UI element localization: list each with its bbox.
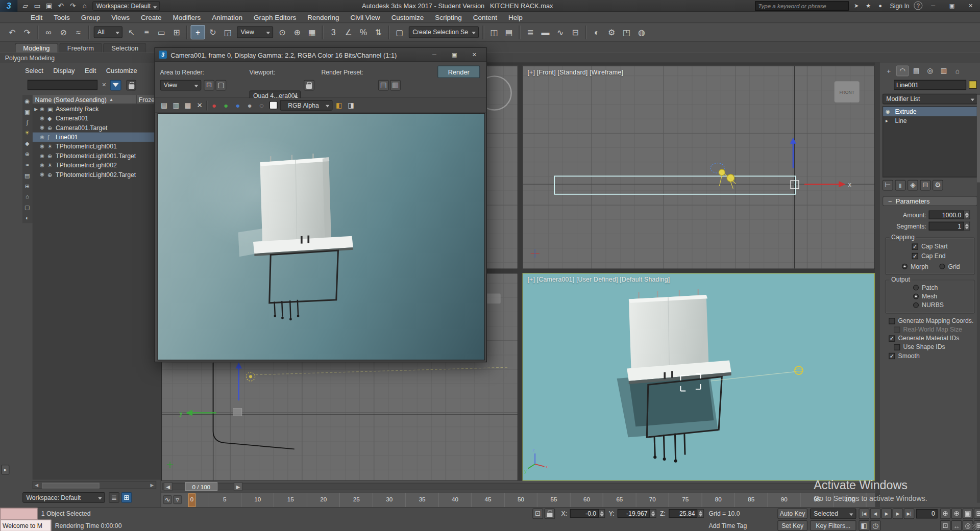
explorer-containers-filter-icon[interactable]: ▢	[22, 203, 32, 213]
checkbox[interactable]	[912, 243, 918, 249]
curve-editor-icon[interactable]: ∿	[553, 25, 568, 39]
checkbox[interactable]	[894, 344, 900, 350]
modifier-toggle-icon[interactable]: ◉	[886, 109, 892, 114]
separator[interactable]	[206, 100, 207, 111]
green-channel-icon[interactable]: ●	[220, 100, 231, 111]
nurbs-radio[interactable]: NURBS	[913, 301, 944, 308]
ribbon-tab[interactable]: Modeling	[15, 43, 58, 52]
redo-icon[interactable]: ↷	[20, 25, 34, 39]
create-tab-icon[interactable]: +	[883, 66, 895, 77]
menu-item[interactable]: Graph Editors	[248, 12, 302, 23]
modifier-stack-row[interactable]: ▸ Line	[883, 116, 977, 125]
gizmo-plane-handle[interactable]	[233, 409, 242, 416]
channel-display-dropdown[interactable]: RGB Alpha	[280, 100, 333, 111]
color-swatch[interactable]	[270, 101, 278, 109]
amount-value[interactable]: 1000.0	[929, 211, 964, 219]
workspace-grid-icon[interactable]: ⊞	[121, 492, 132, 503]
cap-start-checkbox[interactable]: Cap Start	[912, 243, 948, 249]
mirror-icon[interactable]: ◫	[487, 25, 501, 39]
save-file-icon[interactable]: ▣	[44, 1, 55, 11]
visibility-eye-icon[interactable]: ◉	[40, 162, 47, 168]
menu-item[interactable]: Animation	[206, 12, 248, 23]
menu-item[interactable]: Civil View	[345, 12, 385, 23]
modifier-toggle-icon[interactable]: ▸	[886, 118, 892, 123]
rendered-frame-titlebar[interactable]: 3 Camera001, frame 0, Display Gamma: 2.2…	[155, 48, 486, 62]
checkbox[interactable]	[889, 318, 895, 324]
command-panel-scrollbar[interactable]	[977, 94, 980, 503]
edit-named-selection-icon[interactable]: ▢	[393, 25, 407, 39]
add-time-tag[interactable]: Add Time Tag	[709, 522, 747, 529]
menu-item[interactable]: Help	[503, 12, 528, 23]
column-divider[interactable]	[136, 95, 137, 104]
favorites-icon[interactable]: ★	[863, 1, 874, 11]
front-viewport-label[interactable]: [+] [Front] [Standard] [Wireframe]	[527, 69, 623, 75]
spinner-snap-icon[interactable]: ⇅	[371, 25, 385, 39]
utilities-tab-icon[interactable]: ⌂	[951, 66, 964, 77]
radio-button[interactable]	[939, 264, 945, 269]
radio-button[interactable]	[902, 264, 908, 269]
y-coordinate-field[interactable]: -19.967	[618, 509, 656, 518]
track-bar[interactable]: ∿▿ 0510152025303540455055606570758085909…	[161, 492, 875, 507]
ribbon-tab[interactable]: Selection	[103, 43, 146, 52]
menu-item[interactable]: Content	[468, 12, 503, 23]
radio-button[interactable]	[913, 285, 919, 290]
zoom-extents-all-icon[interactable]: ⊞	[974, 509, 980, 519]
reference-coordinate-dropdown[interactable]: View	[237, 26, 273, 38]
minimize-button[interactable]: ─	[426, 49, 443, 60]
keyboard-shortcut-override-icon[interactable]: ▦	[305, 25, 320, 39]
menu-item[interactable]: Views	[106, 12, 135, 23]
list-item[interactable]: ◉ ⊕ TPhotometricLight002.Target	[33, 170, 161, 179]
orbit-icon[interactable]: ◎	[963, 520, 973, 531]
clear-search-icon[interactable]: ✕	[100, 81, 108, 89]
zoom-extents-icon[interactable]: ▣	[963, 509, 973, 519]
undo-quick-icon[interactable]: ↶	[56, 1, 66, 11]
material-editor-icon[interactable]: ◐	[590, 25, 604, 39]
mesh-radio[interactable]: Mesh	[913, 293, 937, 299]
close-button[interactable]: ✕	[466, 49, 482, 60]
ribbon-toggle-icon[interactable]: ▬	[538, 25, 552, 39]
motion-tab-icon[interactable]: ◎	[924, 66, 936, 77]
separator[interactable]	[482, 26, 484, 39]
lock-viewport-icon[interactable]	[304, 80, 314, 91]
separator[interactable]	[37, 26, 39, 39]
select-by-name-icon[interactable]: ≡	[139, 25, 154, 39]
hierarchy-tab-icon[interactable]: ▤	[910, 66, 922, 77]
percent-snap-icon[interactable]: %	[356, 25, 371, 39]
generate-material-ids-checkbox[interactable]: Generate Material IDs	[889, 335, 959, 341]
layer-manager-icon[interactable]: ≣	[523, 25, 537, 39]
visibility-eye-icon[interactable]: ◉	[40, 172, 47, 178]
isolate-selection-icon[interactable]: ⊡	[532, 509, 543, 519]
alpha-channel-icon[interactable]: ◌	[256, 100, 267, 111]
named-selection-dropdown[interactable]: Create Selection Se	[409, 26, 479, 38]
viewcube-front-label[interactable]: FRONT	[839, 90, 854, 95]
explorer-horizontal-scrollbar[interactable]: ◀ ▶	[33, 481, 156, 489]
menu-item[interactable]: Create	[135, 12, 167, 23]
menu-item[interactable]: Tools	[48, 12, 75, 23]
menu-item[interactable]: Modifiers	[167, 12, 206, 23]
snap-toggle-icon[interactable]: 3	[326, 25, 340, 39]
select-and-link-icon[interactable]: ∞	[41, 25, 56, 39]
explorer-menu-item[interactable]: Edit	[85, 67, 96, 74]
visibility-eye-icon[interactable]: ◉	[40, 144, 47, 149]
viewport-front[interactable]: [+] [Front] [Standard] [Wireframe] x FRO…	[523, 66, 875, 269]
align-icon[interactable]: ▤	[502, 25, 516, 39]
user-icon[interactable]: ●	[875, 1, 886, 11]
selection-set-dropdown[interactable]: Selected	[810, 509, 856, 519]
display-tab-icon[interactable]: ▥	[938, 66, 950, 77]
selection-filter-dropdown[interactable]: All	[94, 26, 122, 38]
visibility-eye-icon[interactable]: ◉	[40, 134, 47, 140]
spinner-arrows[interactable]	[964, 222, 970, 231]
key-mode-toggle-icon[interactable]: ◧	[859, 520, 869, 531]
help-icon[interactable]: ?	[914, 1, 922, 10]
select-and-move-icon[interactable]: +	[190, 25, 205, 39]
explorer-menu-item[interactable]: Select	[25, 67, 43, 74]
redo-quick-icon[interactable]: ↷	[67, 1, 78, 11]
select-object-icon[interactable]: ↖	[125, 25, 139, 39]
select-and-manipulate-icon[interactable]: ⊕	[290, 25, 304, 39]
list-item[interactable]: ▶ ◉ ▣ Assembly Rack	[33, 104, 161, 113]
project-folder-icon[interactable]: ⌂	[80, 1, 90, 11]
modifier-list-dropdown[interactable]: Modifier List	[883, 94, 977, 105]
separator[interactable]	[88, 26, 90, 39]
trackbar-filter-icon[interactable]: ▿	[173, 495, 182, 504]
auto-key-button[interactable]: Auto Key	[777, 509, 807, 519]
